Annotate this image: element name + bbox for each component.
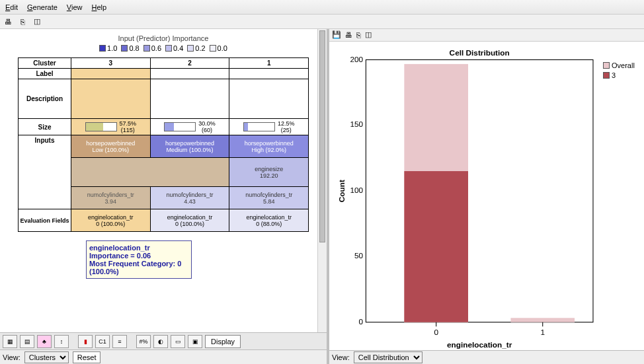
- copy-icon[interactable]: ⎘: [356, 31, 361, 39]
- svg-rect-0: [366, 59, 593, 322]
- svg-text:100: 100: [350, 186, 363, 195]
- tool-c1c2-icon[interactable]: C1: [95, 335, 110, 348]
- view-select-left[interactable]: Clusters: [24, 351, 69, 363]
- chart-legend: Overall 3: [603, 46, 640, 351]
- menu-view[interactable]: View: [67, 3, 83, 11]
- header-c3[interactable]: 3: [71, 58, 151, 69]
- cell-c2-input1[interactable]: horsepowerbinned Medium (100.0%): [150, 135, 229, 158]
- chart-options-icon[interactable]: ◫: [365, 30, 372, 39]
- save-icon[interactable]: 💾: [332, 30, 341, 39]
- view-label-left: View:: [3, 353, 20, 361]
- svg-text:enginelocation_tr: enginelocation_tr: [447, 340, 512, 349]
- row-size: Size: [19, 119, 71, 135]
- top-toolbar-left: 🖶 ⎘ ◫: [0, 15, 644, 29]
- tool-grid-icon[interactable]: ▦: [3, 335, 17, 348]
- tool-pct-icon[interactable]: #%: [136, 335, 151, 348]
- tool-table-icon[interactable]: ▤: [20, 335, 34, 348]
- cell-c3-input3[interactable]: numofcylinders_tr 3.94: [71, 187, 151, 209]
- tool-layers-icon[interactable]: ▣: [188, 335, 202, 348]
- menu-edit[interactable]: Edit: [5, 3, 18, 11]
- importance-swatches: 1.0 0.8 0.6 0.4 0.2 0.0: [0, 44, 327, 52]
- tool-lines-icon[interactable]: ≡: [112, 335, 127, 348]
- display-button[interactable]: Display: [205, 335, 241, 348]
- view-label-right: View:: [332, 353, 350, 361]
- reset-button[interactable]: Reset: [73, 351, 101, 363]
- svg-text:0: 0: [359, 317, 364, 326]
- print-icon[interactable]: 🖶: [3, 17, 13, 27]
- tooltip: enginelocation_tr Importance = 0.06 Most…: [86, 240, 192, 279]
- svg-text:0: 0: [434, 328, 438, 337]
- chart-icon[interactable]: ◫: [32, 17, 42, 27]
- tool-clusters-icon[interactable]: ♣: [37, 335, 52, 348]
- menu-help[interactable]: Help: [92, 3, 107, 11]
- svg-text:Count: Count: [337, 180, 346, 202]
- left-panel: Input (Predictor) Importance 1.0 0.8 0.6…: [0, 29, 329, 364]
- tool-box-icon[interactable]: ▭: [171, 335, 185, 348]
- left-viewbar: View: Clusters Reset: [0, 349, 327, 364]
- bar-overall-1: [510, 318, 575, 322]
- tool-barchart-icon[interactable]: ▮: [78, 335, 93, 348]
- cell-c1-input3[interactable]: numofcylinders_tr 5.84: [229, 187, 309, 209]
- cell-c1-input2[interactable]: enginesize 192.20: [229, 158, 309, 187]
- tool-sort-icon[interactable]: ↕: [54, 335, 69, 348]
- top-toolbar-right: 💾 🖶 ⎘ ◫: [329, 29, 644, 42]
- svg-text:50: 50: [354, 251, 364, 260]
- left-bottom-toolbar: ▦ ▤ ♣ ↕ ▮ C1 ≡ #% ◐ ▭ ▣ Display: [0, 332, 327, 349]
- cluster-table[interactable]: Cluster 3 2 1 Label Description Size 57.…: [18, 57, 309, 232]
- right-viewbar: View: Cell Distribution: [329, 350, 644, 364]
- print-icon[interactable]: 🖶: [345, 31, 352, 39]
- menu-generate[interactable]: Generate: [27, 3, 58, 11]
- row-description: Description: [19, 79, 71, 119]
- legend-title: Input (Predictor) Importance: [0, 34, 327, 42]
- cell-c3-input1[interactable]: horsepowerbinned Low (100.0%): [71, 135, 151, 158]
- cell-distribution-chart: Cell Distribution 0 50 100 150 200 Count: [333, 46, 603, 351]
- scrollbar-left[interactable]: [317, 29, 327, 332]
- menubar: Edit Generate View Help: [0, 0, 644, 15]
- header-c1[interactable]: 1: [229, 58, 309, 69]
- svg-text:200: 200: [350, 54, 363, 63]
- row-inputs: Inputs: [19, 135, 71, 209]
- cell-c3-eval[interactable]: enginelocation_tr 0 (100.0%): [71, 209, 151, 232]
- tool-pie-icon[interactable]: ◐: [153, 335, 168, 348]
- view-select-right[interactable]: Cell Distribution: [354, 351, 423, 363]
- svg-text:Cell Distribution: Cell Distribution: [450, 48, 510, 57]
- copy-icon[interactable]: ⎘: [17, 17, 28, 27]
- svg-text:150: 150: [350, 120, 363, 129]
- bar-cluster3-0: [404, 171, 468, 322]
- cell-c2-eval[interactable]: enginelocation_tr 0 (100.0%): [150, 209, 229, 232]
- cell-tooltip-area[interactable]: [71, 158, 229, 187]
- svg-text:1: 1: [540, 328, 545, 337]
- cell-c1-input1[interactable]: horsepowerbinned High (92.0%): [229, 135, 309, 158]
- header-c2[interactable]: 2: [150, 58, 229, 69]
- cell-c1-eval[interactable]: enginelocation_tr 0 (88.0%): [229, 209, 309, 232]
- right-panel: 💾 🖶 ⎘ ◫ Cell Distribution 0 50 100 150 2…: [329, 29, 644, 364]
- row-evaluation: Evaluation Fields: [19, 209, 71, 232]
- header-cluster[interactable]: Cluster: [19, 58, 71, 69]
- row-label: Label: [19, 69, 71, 79]
- cell-c2-input3[interactable]: numofcylinders_tr 4.43: [150, 187, 229, 209]
